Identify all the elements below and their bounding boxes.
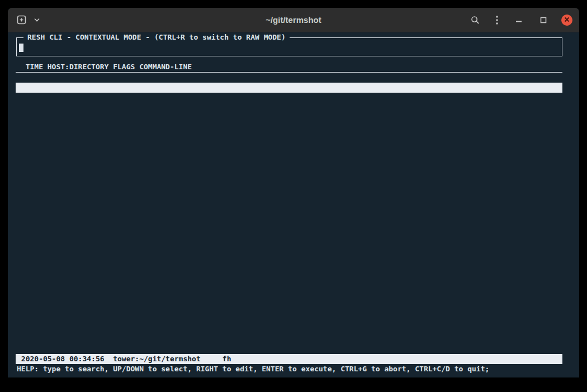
new-tab-button[interactable] [15,12,28,28]
history-row[interactable]: 3 days ~/git/termshot G inkscape xterm-w… [16,153,562,163]
kebab-menu-icon [496,16,498,25]
help-line: HELP: type to search, UP/DOWN to select,… [16,364,571,374]
minimize-button[interactable] [512,12,526,28]
search-icon [471,16,480,25]
terminal-content[interactable]: RESH CLI - CONTEXTUAL MODE - (CTRL+R to … [8,37,579,377]
history-row[interactable]: 3 days ~/git/termshot G mv ~/xterm.2020.… [16,203,562,213]
titlebar-right [468,12,572,28]
history-row[interactable]: 7 days ~/git/termshot G bash [16,314,562,324]
menu-button[interactable] [493,12,501,28]
titlebar-left [15,12,41,28]
status-bar: 2020-05-08 00:34:56 tower:~/git/termshot… [16,354,562,364]
history-row[interactable]: 3 days ~/git/termshot G mv ~/xterm.2020.… [16,163,562,173]
text-cursor [19,44,23,52]
history-row[interactable]: 3 days ~/git/termshot G rm xterm-mockup-… [16,213,562,223]
terminal-window: ~/git/termshot [8,8,579,377]
history-row[interactable]: 7 days ~/git/termshot G mv ~/xterm.2020.… [16,344,562,354]
history-row[interactable]: 3 days ~/git/termshot G ls [16,123,562,133]
close-icon [564,16,570,24]
history-row[interactable]: 3 days ~/git/termshot G inkscape xterm-m… [16,233,562,243]
chevron-down-icon [34,18,40,22]
history-row[interactable]: 3 days ~/git/termshot G inkscape xterm-w… [16,103,562,113]
minimize-icon [515,17,522,23]
history-row[interactable]: 3 days ~/git/termshot G inkscape xterm-m… [16,223,562,233]
search-input[interactable]: RESH CLI - CONTEXTUAL MODE - (CTRL+R to … [16,37,562,56]
history-row[interactable]: 7 days ~/git/termshot G mv ~/xterm.2020.… [16,334,562,344]
column-headers: TIME HOST:DIRECTORY FLAGS COMMAND-LINE [16,62,562,73]
history-row[interactable]: 3 days ~/git/termshot G mv ~/xterm.2020.… [16,173,562,183]
history-list: 3 days ~/git/termshot G cd 3 days ~/git/… [16,73,571,354]
restore-icon [540,17,547,23]
search-box-title: RESH CLI - CONTEXTUAL MODE - (CTRL+R to … [23,32,290,42]
history-row[interactable]: 3 days ~/git/termshot G fh [16,83,562,93]
history-row[interactable]: 7 days ~/git/termshot G time echo someth… [16,304,562,314]
history-row[interactable]: 3 days ~/git/termshot G mv ~/xterm.2020.… [16,193,562,203]
history-row[interactable]: 6 days ~/git/termshot G cd .. [16,254,562,264]
history-row[interactable]: 3 days ~/git/termshot G mv ~/xterm.2020.… [16,183,562,193]
history-row[interactable]: 7 days ~/git/termshot G clear [16,264,562,274]
history-row[interactable]: 7 days ~/git/termshot G mv ~/xterm.2020.… [16,324,562,334]
restore-button[interactable] [537,12,550,28]
history-row[interactable]: 7 days ~/git/termshot G time date [16,274,562,284]
history-row[interactable]: 7 days ~/git/termshot G time x=1 [16,284,562,294]
new-tab-icon [17,15,26,25]
tab-list-button[interactable] [33,12,41,28]
history-row[interactable]: 3 days ~/git/termshot G rm xterm-mockup-… [16,133,562,143]
titlebar[interactable]: ~/git/termshot [8,8,579,32]
history-row[interactable]: 3 days ~/git/termshot G mv ~/xterm.2020.… [16,243,562,254]
history-row[interactable]: 3 days ~/git/termshot G cd [16,73,562,83]
history-row[interactable]: 3 days ~/git/termshot G mv ~/xterm.2020.… [16,113,562,123]
desktop-background: ~/git/termshot [0,0,587,392]
history-row[interactable]: 7 days ~/git/termshot G time echo someth… [16,294,562,304]
history-row[interactable]: 3 days ~/git/termshot G fh() {; eval $( … [16,93,562,103]
close-button[interactable] [561,15,572,26]
search-button[interactable] [468,12,482,28]
history-row[interactable]: 3 days ~/git/termshot G mv ~/xterm.2020.… [16,143,562,153]
